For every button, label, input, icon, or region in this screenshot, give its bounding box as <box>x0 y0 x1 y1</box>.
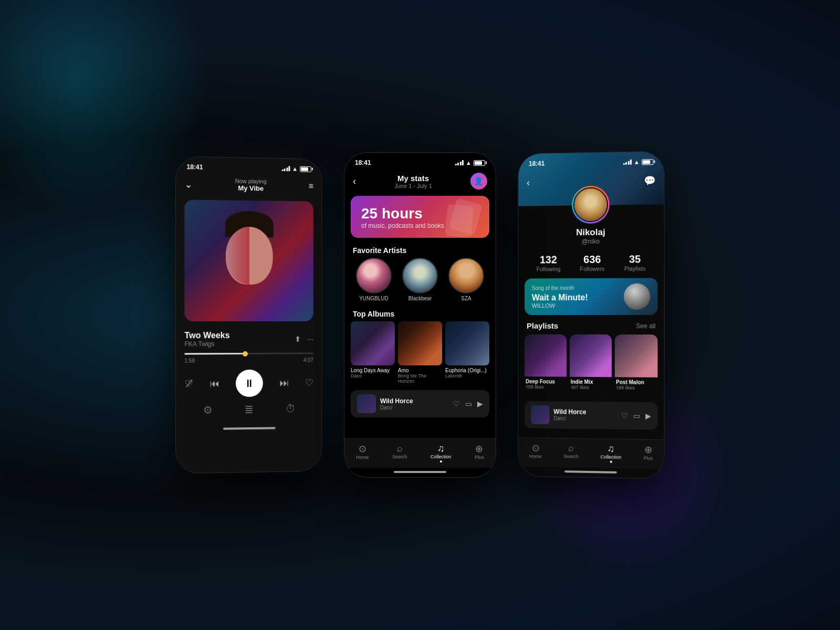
time-center: 18:41 <box>355 159 371 166</box>
previous-button[interactable]: ⏮ <box>209 378 219 389</box>
mini-cast-icon-right[interactable]: ▭ <box>633 412 640 420</box>
stats-title-area: My stats June 1 - July 1 <box>394 174 432 189</box>
nav-search-center[interactable]: ⌕ Search <box>392 443 407 463</box>
artist-name-blackbear: Blackbear <box>402 296 438 301</box>
track-text: Two Weeks FKA Twigs <box>184 331 229 348</box>
mini-cast-icon[interactable]: ▭ <box>465 400 472 408</box>
see-all-button[interactable]: See all <box>636 322 656 330</box>
signal-icon-right <box>623 160 632 165</box>
favorite-artists-label: Favorite Artists <box>344 242 496 258</box>
sotm-label: Song of the month <box>532 285 588 291</box>
mini-player-right[interactable]: Wild Horce Darci ♡ ▭ ▶ <box>524 401 657 430</box>
search-icon-center: ⌕ <box>392 443 407 454</box>
playlist-img-0 <box>524 334 566 377</box>
albums-row: Long Days Away Darci Amo Bring Me The Ho… <box>344 321 496 388</box>
chevron-down-icon[interactable]: ⌄ <box>184 178 192 190</box>
artist-item-blackbear[interactable]: Blackbear <box>402 258 438 301</box>
progress-fill <box>184 353 245 355</box>
song-of-month[interactable]: Song of the month Wait a Minute! WILLOW <box>524 278 657 315</box>
album-item-1[interactable]: Amo Bring Me The Horizon <box>398 321 442 384</box>
home-icon-center: ⊙ <box>356 443 369 455</box>
artists-row: YUNGBLUD Blackbear SZA <box>344 258 496 306</box>
nav-search-right[interactable]: ⌕ Search <box>563 443 578 462</box>
followers-count: 636 <box>580 254 605 266</box>
menu-icon[interactable]: ≡ <box>309 181 313 191</box>
album-cover-0 <box>351 321 395 365</box>
album-item-0[interactable]: Long Days Away Darci <box>351 321 395 384</box>
nav-home-center[interactable]: ⊙ Home <box>356 443 369 463</box>
mini-track-info-right: Wild Horce Darci <box>553 408 617 422</box>
battery-icon <box>300 166 311 172</box>
playlist-card-0[interactable]: Deep Focus 258 likes <box>524 334 566 390</box>
progress-area: 1:58 4:07 <box>176 352 321 368</box>
stats-screen: 18:41 ▲ ‹ My s <box>344 153 496 477</box>
nav-search-label-right: Search <box>563 454 578 459</box>
nav-home-right[interactable]: ⊙ Home <box>529 442 542 461</box>
track-name: Two Weeks <box>184 331 229 340</box>
back-button-center[interactable]: ‹ <box>353 176 356 187</box>
nav-plus-center[interactable]: ⊕ Plus <box>475 443 484 463</box>
playlists-count: 35 <box>624 253 646 265</box>
wifi-icon: ▲ <box>292 165 298 172</box>
back-button-right[interactable]: ‹ <box>527 177 530 188</box>
mini-controls-center: ♡ ▭ ▶ <box>453 400 483 408</box>
mini-artist-right: Darci <box>553 416 617 422</box>
bottom-nav-center: ⊙ Home ⌕ Search ♫ Collection ⊕ Plus <box>344 438 496 468</box>
status-icons-left: ▲ <box>281 165 311 172</box>
status-icons-center: ▲ <box>455 160 485 166</box>
sotm-title: Wait a Minute! <box>532 293 588 302</box>
stats-header: ‹ My stats June 1 - July 1 👤 <box>344 169 496 192</box>
timer-icon[interactable]: ⏱ <box>285 403 296 415</box>
profile-stats-row: 132 Following 636 Followers 35 Playlists <box>518 249 664 279</box>
progress-bar[interactable] <box>184 352 313 354</box>
message-icon[interactable]: 💬 <box>644 175 655 186</box>
settings-icon[interactable]: ⚙ <box>203 404 212 416</box>
time-left: 18:41 <box>186 163 203 171</box>
pause-button[interactable]: ⏸ <box>236 370 263 397</box>
mini-play-icon-right[interactable]: ▶ <box>645 412 651 420</box>
playlist-card-1[interactable]: Indie Mix 407 likes <box>570 334 612 390</box>
share-icon[interactable]: ⬆ <box>295 335 301 343</box>
artist-item-yungblud[interactable]: YUNGBLUD <box>356 258 392 301</box>
nav-collection-right[interactable]: ♫ Collection <box>601 443 622 463</box>
home-indicator-left <box>223 427 276 429</box>
nav-collection-label-center: Collection <box>430 454 452 459</box>
mini-play-icon[interactable]: ▶ <box>477 400 483 408</box>
plus-icon-right: ⊕ <box>644 444 653 455</box>
artist-item-sza[interactable]: SZA <box>448 258 484 301</box>
time-current: 1:58 <box>184 358 195 363</box>
mini-player-center[interactable]: Wild Horce Darci ♡ ▭ ▶ <box>351 390 489 417</box>
phones-container: 18:41 ▲ ⌄ Now <box>176 152 664 478</box>
sotm-artwork <box>624 284 650 310</box>
playlist-name-2: Post Malon <box>615 379 657 385</box>
nav-plus-label-right: Plus <box>644 456 653 461</box>
dislike-button[interactable]: ♡̸ <box>184 378 193 390</box>
album-item-2[interactable]: Euphoria (Origi...) Labrinth <box>445 321 489 384</box>
now-playing-header: ⌄ Now playing My Vibe ≡ <box>176 173 321 197</box>
playlists-grid: Deep Focus 258 likes Indie Mix 407 likes… <box>518 334 664 395</box>
time-right: 18:41 <box>529 160 544 167</box>
user-avatar-center[interactable]: 👤 <box>470 173 487 190</box>
following-count: 132 <box>537 254 561 266</box>
phone-center: 18:41 ▲ ‹ My s <box>344 152 496 478</box>
album-artist-0: Darci <box>351 373 395 379</box>
nav-plus-right[interactable]: ⊕ Plus <box>644 444 653 464</box>
signal-icon <box>281 166 290 171</box>
playlist-likes-0: 258 likes <box>524 384 566 390</box>
more-icon[interactable]: ··· <box>307 335 313 343</box>
next-button[interactable]: ⏭ <box>279 377 289 388</box>
mini-artist-center: Darci <box>380 405 449 411</box>
like-button[interactable]: ♡ <box>305 377 313 388</box>
nav-collection-center[interactable]: ♫ Collection <box>430 443 452 463</box>
following-label: Following <box>537 266 561 272</box>
mini-heart-icon-right[interactable]: ♡ <box>621 411 628 419</box>
playlist-card-2[interactable]: Post Malon 188 likes <box>615 334 657 391</box>
mini-heart-icon[interactable]: ♡ <box>453 400 460 408</box>
plus-icon-center: ⊕ <box>475 443 484 455</box>
album-art-bg <box>184 200 313 321</box>
lyrics-icon[interactable]: ≣ <box>245 403 254 416</box>
home-icon-right: ⊙ <box>529 442 542 454</box>
album-artist-2: Labrinth <box>445 373 489 379</box>
playlist-name: My Vibe <box>235 184 267 193</box>
playlist-name-0: Deep Focus <box>524 379 566 385</box>
